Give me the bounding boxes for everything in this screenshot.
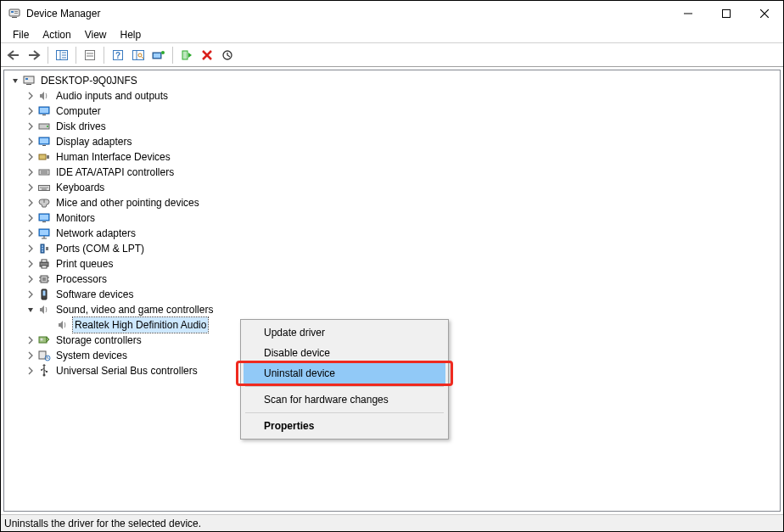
twisty-open-icon[interactable]	[9, 75, 21, 87]
svg-point-25	[161, 51, 165, 54]
tree-category-label[interactable]: Software devices	[54, 287, 135, 302]
twisty-closed-icon[interactable]	[25, 151, 36, 163]
properties-button[interactable]	[81, 46, 99, 64]
menu-help[interactable]: Help	[114, 27, 148, 42]
menu-file[interactable]: File	[6, 27, 36, 42]
context-menu-update[interactable]: Update driver	[244, 322, 445, 343]
minimize-button[interactable]	[669, 1, 707, 26]
tree-device-label[interactable]: Realtek High Definition Audio	[73, 317, 208, 333]
statusbar-text: Uninstalls the driver for the selected d…	[4, 518, 201, 529]
tree-category-ide[interactable]: IDE ATA/ATAPI controllers	[6, 165, 780, 180]
tree-category-keyboards[interactable]: Keyboards	[6, 180, 780, 195]
context-menu-disable[interactable]: Disable device	[244, 343, 445, 363]
tree-category-ports[interactable]: Ports (COM & LPT)	[6, 241, 780, 256]
close-button[interactable]	[745, 1, 783, 26]
twisty-closed-icon[interactable]	[25, 182, 36, 193]
maximize-button[interactable]	[707, 1, 745, 26]
tree-category-label[interactable]: Monitors	[54, 210, 97, 226]
tree-category-label[interactable]: Processors	[54, 272, 109, 287]
window-title: Device Manager	[26, 8, 100, 20]
twisty-closed-icon[interactable]	[25, 288, 36, 300]
tree-category-hid[interactable]: Human Interface Devices	[6, 149, 780, 165]
menu-view[interactable]: View	[78, 27, 114, 42]
svg-point-62	[42, 250, 43, 252]
svg-point-51	[47, 187, 48, 188]
twisty-closed-icon[interactable]	[25, 273, 36, 285]
context-menu-scan[interactable]: Scan for hardware changes	[244, 389, 445, 410]
tree-category-mouse[interactable]: Mice and other pointing devices	[6, 195, 780, 210]
twisty-closed-icon[interactable]	[25, 212, 36, 224]
tree-category-software[interactable]: Software devices	[6, 287, 780, 302]
tree-category-label[interactable]: Mice and other pointing devices	[54, 195, 201, 210]
scan-hardware-button[interactable]	[129, 46, 148, 64]
tree-category-label[interactable]: Print queues	[54, 256, 115, 272]
svg-point-80	[41, 369, 42, 371]
tree-category-label[interactable]: Storage controllers	[54, 333, 143, 348]
disable-device-button[interactable]	[218, 46, 237, 64]
svg-rect-81	[46, 371, 48, 372]
computer-root-icon	[22, 74, 36, 87]
forward-button[interactable]	[25, 46, 43, 64]
twisty-closed-icon[interactable]	[25, 105, 36, 117]
twisty-closed-icon[interactable]	[25, 136, 36, 148]
tree-category-label[interactable]: Ports (COM & LPT)	[54, 241, 146, 256]
svg-rect-30	[24, 76, 34, 83]
cpu-icon	[37, 272, 51, 286]
context-menu-separator	[245, 412, 444, 413]
tree-category-monitors[interactable]: Monitors	[6, 210, 780, 226]
help-button[interactable]: ?	[109, 46, 127, 64]
twisty-closed-icon[interactable]	[25, 350, 36, 361]
tree-category-disk[interactable]: Disk drives	[6, 119, 780, 134]
context-menu-props[interactable]: Properties	[244, 416, 445, 436]
context-menu-uninstall[interactable]: Uninstall device	[244, 363, 445, 384]
tree-category-computer[interactable]: Computer	[6, 104, 780, 119]
tree-category-label[interactable]: Universal Serial Bus controllers	[54, 363, 199, 378]
svg-rect-26	[182, 51, 188, 59]
tree-category-label[interactable]: Audio inputs and outputs	[54, 88, 170, 104]
mouse-icon	[37, 196, 51, 210]
twisty-closed-icon[interactable]	[25, 243, 36, 255]
tree-category-label[interactable]: System devices	[54, 348, 129, 363]
tree-root-label[interactable]: DESKTOP-9Q0JNFS	[39, 73, 139, 88]
tree-category-label[interactable]: IDE ATA/ATAPI controllers	[54, 165, 176, 180]
uninstall-device-button[interactable]	[198, 46, 216, 64]
printer-icon	[37, 257, 51, 271]
tree-category-label[interactable]: Computer	[54, 104, 103, 119]
tree-root[interactable]: DESKTOP-9Q0JNFS	[6, 73, 780, 88]
device-tree[interactable]: DESKTOP-9Q0JNFSAudio inputs and outputsC…	[3, 70, 781, 512]
twisty-closed-icon[interactable]	[25, 197, 36, 209]
twisty-closed-icon[interactable]	[25, 227, 36, 239]
tree-category-network[interactable]: Network adapters	[6, 226, 780, 241]
tree-category-svg[interactable]: Sound, video and game controllers	[6, 302, 780, 317]
svg-rect-74	[43, 291, 46, 296]
twisty-closed-icon[interactable]	[25, 166, 36, 178]
menu-action[interactable]: Action	[36, 27, 77, 42]
twisty-closed-icon[interactable]	[25, 258, 36, 270]
enable-device-button[interactable]	[177, 46, 196, 64]
back-button[interactable]	[4, 46, 23, 64]
tree-category-display[interactable]: Display adapters	[6, 134, 780, 149]
tree-category-label[interactable]: Display adapters	[54, 134, 133, 149]
tree-category-printq[interactable]: Print queues	[6, 256, 780, 272]
tree-category-audio[interactable]: Audio inputs and outputs	[6, 88, 780, 104]
tree-category-label[interactable]: Human Interface Devices	[54, 149, 172, 165]
twisty-closed-icon[interactable]	[25, 365, 36, 377]
twisty-closed-icon[interactable]	[25, 334, 36, 346]
twisty-open-icon[interactable]	[25, 304, 36, 316]
update-driver-button[interactable]	[149, 46, 168, 64]
tree-category-label[interactable]: Disk drives	[54, 119, 108, 134]
svg-rect-4	[12, 17, 17, 18]
tree-category-label[interactable]: Sound, video and game controllers	[54, 302, 215, 317]
tree-category-label[interactable]: Network adapters	[54, 226, 137, 241]
show-hide-tree-button[interactable]	[53, 46, 71, 64]
svg-point-37	[47, 126, 48, 127]
monitor-icon	[37, 104, 51, 118]
toolbar-separator	[104, 47, 104, 64]
svg-rect-1	[11, 11, 14, 13]
twisty-closed-icon[interactable]	[25, 120, 36, 132]
tree-category-processors[interactable]: Processors	[6, 272, 780, 287]
tree-category-label[interactable]: Keyboards	[54, 180, 106, 195]
twisty-closed-icon[interactable]	[25, 90, 36, 102]
svg-point-49	[43, 187, 44, 188]
app-icon	[8, 7, 21, 20]
